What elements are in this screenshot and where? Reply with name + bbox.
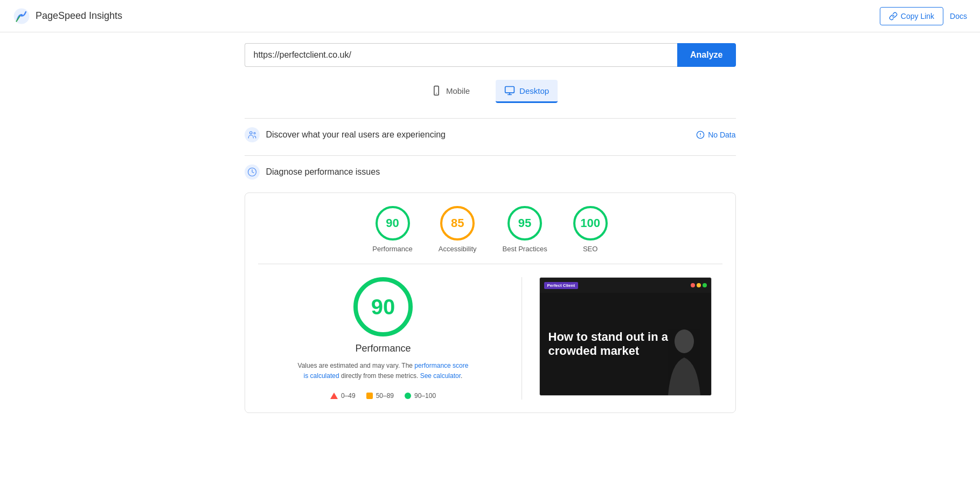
no-data-label: No Data [708, 130, 735, 139]
accessibility-label: Accessibility [439, 245, 477, 253]
performance-detail: 90 Performance Values are estimated and … [258, 277, 722, 400]
logo-icon [13, 8, 30, 25]
seo-circle: 100 [573, 206, 608, 240]
screenshot-headline: How to stand out in a crowded market [540, 321, 711, 367]
screenshot-content: How to stand out in a crowded market [540, 293, 711, 395]
link-icon [889, 12, 898, 20]
screenshot-topbar: Perfect Client [540, 278, 711, 293]
real-users-title: Discover what your real users are experi… [266, 130, 446, 140]
copy-link-button[interactable]: Copy Link [880, 7, 943, 25]
svg-rect-4 [505, 87, 515, 93]
main-content: Analyze Mobile Desktop [232, 32, 749, 437]
scores-card: 90 Performance 85 Accessibility 95 Best … [245, 193, 736, 413]
tab-desktop[interactable]: Desktop [496, 80, 558, 103]
tabs-section: Mobile Desktop [245, 80, 736, 103]
legend-row: 0–49 50–89 90–100 [330, 392, 436, 400]
dot-red [691, 283, 695, 287]
accessibility-value: 85 [451, 216, 464, 230]
score-item-best-practices[interactable]: 95 Best Practices [503, 206, 547, 253]
screenshot-dots [691, 283, 707, 287]
seo-value: 100 [580, 216, 600, 230]
legend-orange-range: 50–89 [376, 392, 394, 400]
tab-desktop-label: Desktop [519, 86, 549, 95]
mobile-icon [431, 85, 442, 96]
logo-text: PageSpeed Insights [36, 10, 122, 22]
scores-row: 90 Performance 85 Accessibility 95 Best … [258, 206, 722, 264]
desktop-icon [504, 85, 515, 96]
diagnose-section: Diagnose performance issues [245, 155, 736, 188]
logo: PageSpeed Insights [13, 8, 122, 25]
real-users-left: Discover what your real users are experi… [245, 127, 446, 142]
performance-desc: Values are estimated and may vary. The p… [297, 361, 469, 381]
accessibility-circle: 85 [440, 206, 475, 240]
legend-green: 90–100 [405, 392, 436, 400]
legend-red: 0–49 [330, 392, 356, 400]
tab-mobile[interactable]: Mobile [422, 80, 478, 103]
docs-link[interactable]: Docs [950, 12, 967, 20]
performance-icon [247, 167, 257, 177]
diagnose-title: Diagnose performance issues [266, 167, 380, 177]
svg-point-1 [20, 14, 23, 17]
svg-point-8 [254, 133, 255, 134]
copy-link-label: Copy Link [901, 12, 934, 20]
header: PageSpeed Insights Copy Link Docs [0, 0, 980, 32]
performance-label: Performance [372, 245, 412, 253]
score-item-accessibility[interactable]: 85 Accessibility [439, 206, 477, 253]
desc-end: . [461, 372, 462, 380]
performance-left-panel: 90 Performance Values are estimated and … [258, 277, 522, 400]
screenshot-brand: Perfect Client [544, 282, 579, 289]
best-practices-label: Best Practices [503, 245, 547, 253]
score-item-performance[interactable]: 90 Performance [372, 206, 412, 253]
diagnose-left: Diagnose performance issues [245, 164, 380, 180]
seo-label: SEO [583, 245, 597, 253]
orange-square-icon [366, 393, 373, 399]
desc-part2: directly from these metrics. [339, 372, 420, 380]
best-practices-circle: 95 [508, 206, 542, 240]
header-actions: Copy Link Docs [880, 7, 967, 25]
score-item-seo[interactable]: 100 SEO [573, 206, 608, 253]
real-users-section: Discover what your real users are experi… [245, 118, 736, 151]
no-data-indicator[interactable]: No Data [696, 130, 735, 139]
diagnose-icon [245, 164, 260, 180]
url-section: Analyze [245, 43, 736, 67]
svg-point-7 [249, 132, 252, 134]
analyze-button[interactable]: Analyze [677, 43, 735, 67]
info-icon [696, 130, 705, 139]
performance-value: 90 [386, 216, 399, 230]
dot-yellow [697, 283, 701, 287]
real-users-icon [245, 127, 260, 142]
performance-circle: 90 [376, 206, 410, 240]
red-triangle-icon [330, 393, 338, 399]
performance-detail-title: Performance [355, 343, 411, 354]
big-performance-value: 90 [371, 295, 395, 319]
green-dot-icon [405, 393, 411, 399]
best-practices-value: 95 [518, 216, 531, 230]
screenshot-panel: Perfect Client [539, 277, 722, 400]
desc-part1: Values are estimated and may vary. The [298, 362, 415, 369]
legend-green-range: 90–100 [414, 392, 436, 400]
big-performance-circle: 90 [353, 277, 413, 336]
legend-red-range: 0–49 [341, 392, 356, 400]
url-input[interactable] [245, 43, 678, 67]
dot-green-dot [703, 283, 707, 287]
tab-mobile-label: Mobile [446, 86, 470, 95]
users-icon [247, 130, 257, 140]
screenshot-container: Perfect Client [539, 277, 712, 396]
calculator-link[interactable]: See calculator [420, 372, 461, 380]
legend-orange: 50–89 [366, 392, 394, 400]
